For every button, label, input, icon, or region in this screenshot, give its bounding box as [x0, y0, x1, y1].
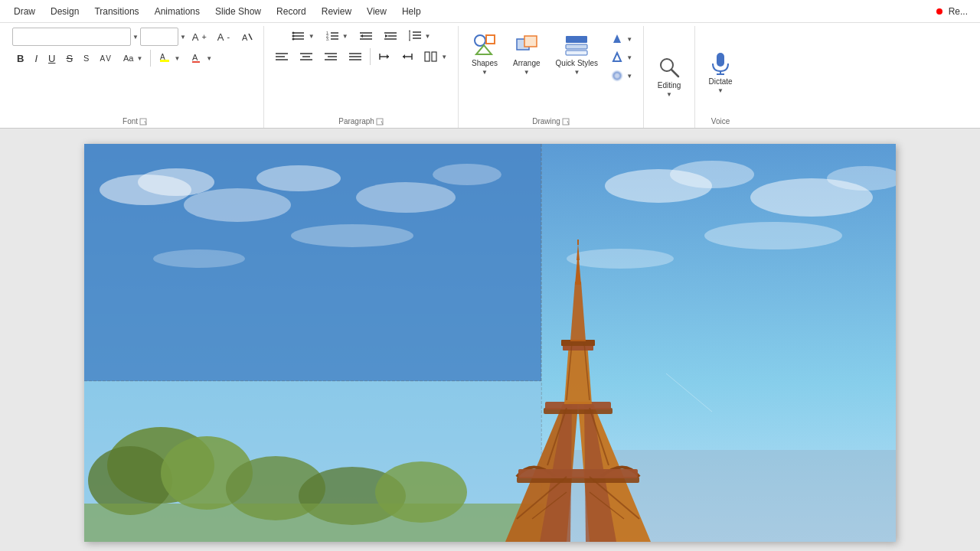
- paragraph-row2: ▼: [270, 48, 452, 65]
- decrease-indent-btn[interactable]: [354, 28, 377, 44]
- shapes-btn[interactable]: Shapes ▼: [465, 28, 505, 81]
- numbered-list-btn[interactable]: 1.2.3. ▼: [321, 28, 353, 44]
- svg-point-84: [670, 161, 754, 188]
- menu-help[interactable]: Help: [394, 3, 429, 20]
- columns-btn[interactable]: ▼: [420, 48, 452, 65]
- svg-rect-60: [524, 36, 537, 47]
- quick-styles-dropdown-icon: ▼: [573, 69, 580, 76]
- voice-group-label: Voice: [701, 117, 740, 128]
- menu-draw[interactable]: Draw: [6, 3, 43, 20]
- svg-point-81: [356, 182, 456, 213]
- svg-rect-5: [192, 61, 200, 63]
- justify-btn[interactable]: [344, 48, 367, 65]
- clear-format-btn[interactable]: A: [236, 28, 257, 45]
- svg-point-12: [292, 35, 294, 37]
- svg-rect-61: [566, 36, 587, 43]
- shadow-btn[interactable]: S: [79, 50, 93, 67]
- char-spacing-btn[interactable]: AV: [95, 50, 117, 67]
- quick-styles-btn[interactable]: Quick Styles ▼: [549, 28, 606, 81]
- font-color-btn[interactable]: A ▼: [186, 50, 217, 67]
- strikethrough-btn[interactable]: S: [61, 50, 77, 67]
- svg-rect-52: [425, 52, 430, 61]
- ltr-btn[interactable]: [374, 48, 395, 65]
- svg-point-82: [433, 164, 501, 185]
- svg-marker-50: [403, 54, 405, 59]
- svg-rect-57: [486, 35, 495, 44]
- svg-rect-107: [518, 469, 638, 478]
- line-spacing-btn[interactable]: ▼: [403, 28, 436, 44]
- font-format-row: B I U S S AV Aa▼ A ▼ A ▼: [12, 50, 217, 67]
- arrange-btn[interactable]: Arrange ▼: [506, 28, 547, 81]
- svg-point-78: [138, 168, 214, 196]
- paragraph-group-label: Paragraph: [270, 117, 452, 128]
- slide-image: [84, 144, 896, 542]
- font-name-row: ▼ 24 ▼ A+ A- A: [12, 28, 257, 46]
- slide-container[interactable]: [84, 144, 896, 542]
- underline-btn[interactable]: U: [44, 50, 60, 67]
- align-center-btn[interactable]: [295, 48, 318, 65]
- svg-rect-53: [432, 52, 436, 61]
- editing-btn[interactable]: Editing ▼: [650, 50, 688, 103]
- shape-effects-btn[interactable]: ▼: [606, 67, 637, 84]
- dictate-btn[interactable]: Dictate ▼: [701, 46, 740, 99]
- svg-text:3.: 3.: [326, 37, 329, 41]
- svg-point-13: [292, 38, 294, 41]
- menu-view[interactable]: View: [359, 3, 394, 20]
- svg-marker-27: [385, 34, 388, 37]
- italic-btn[interactable]: I: [30, 50, 42, 67]
- font-group-label: Font: [12, 117, 257, 128]
- editing-dropdown-icon: ▼: [666, 91, 672, 98]
- dictate-dropdown-icon: ▼: [717, 87, 724, 94]
- svg-point-89: [704, 222, 842, 249]
- bullets-btn[interactable]: ▼: [287, 28, 319, 44]
- menu-design[interactable]: Design: [43, 3, 87, 20]
- font-name-input[interactable]: [12, 28, 131, 46]
- editing-group-label: [650, 126, 688, 128]
- increase-indent-btn[interactable]: [379, 28, 402, 44]
- align-right-btn[interactable]: [319, 48, 342, 65]
- decrease-font-btn[interactable]: A-: [213, 28, 234, 45]
- paragraph-row1: ▼ 1.2.3. ▼ ▼: [287, 28, 436, 44]
- svg-line-69: [671, 70, 678, 77]
- svg-point-87: [291, 224, 413, 247]
- svg-text:A: A: [192, 53, 198, 62]
- svg-point-11: [292, 32, 294, 34]
- svg-marker-47: [387, 54, 389, 59]
- shape-outline-btn[interactable]: ▼: [606, 49, 637, 66]
- svg-point-88: [153, 249, 245, 268]
- increase-font-btn[interactable]: A+: [188, 28, 211, 45]
- font-size-input[interactable]: 24: [140, 28, 178, 46]
- svg-marker-23: [360, 34, 363, 37]
- menu-bar: Draw Design Transitions Animations Slide…: [0, 0, 980, 23]
- drawing-group-label: Drawing: [465, 117, 637, 128]
- editing-group: Editing ▼: [644, 26, 695, 128]
- menu-animations[interactable]: Animations: [147, 3, 207, 20]
- svg-marker-33: [409, 40, 410, 41]
- paragraph-group: ▼ 1.2.3. ▼ ▼: [264, 26, 459, 128]
- svg-rect-70: [717, 53, 724, 67]
- svg-marker-32: [409, 30, 410, 31]
- svg-rect-62: [566, 44, 587, 49]
- menu-transitions[interactable]: Transitions: [87, 3, 146, 20]
- svg-point-80: [256, 165, 341, 191]
- menu-slideshow[interactable]: Slide Show: [207, 3, 269, 20]
- highlight-color-btn[interactable]: A ▼: [154, 50, 185, 67]
- font-name-dropdown-icon[interactable]: ▼: [132, 34, 139, 41]
- rtl-btn[interactable]: [397, 48, 418, 65]
- record-dot-icon: [936, 6, 942, 17]
- svg-text:A: A: [160, 53, 165, 61]
- bold-btn[interactable]: B: [12, 50, 28, 67]
- shape-fill-btn[interactable]: ▼: [606, 31, 637, 47]
- align-left-btn[interactable]: [270, 48, 293, 65]
- menu-review[interactable]: Review: [314, 3, 359, 20]
- svg-text:A: A: [242, 33, 248, 42]
- svg-marker-110: [564, 343, 592, 404]
- svg-rect-100: [84, 504, 544, 542]
- font-size-dropdown-icon[interactable]: ▼: [180, 34, 186, 41]
- font-case-btn[interactable]: Aa▼: [119, 50, 147, 67]
- svg-point-90: [567, 249, 674, 269]
- menu-record[interactable]: Record: [269, 3, 314, 20]
- ribbon: ▼ 24 ▼ A+ A- A B I U S S AV Aa▼: [0, 23, 980, 129]
- drawing-group: Shapes ▼ Arrange ▼ Quick Styles: [459, 26, 644, 128]
- svg-line-1: [249, 34, 252, 40]
